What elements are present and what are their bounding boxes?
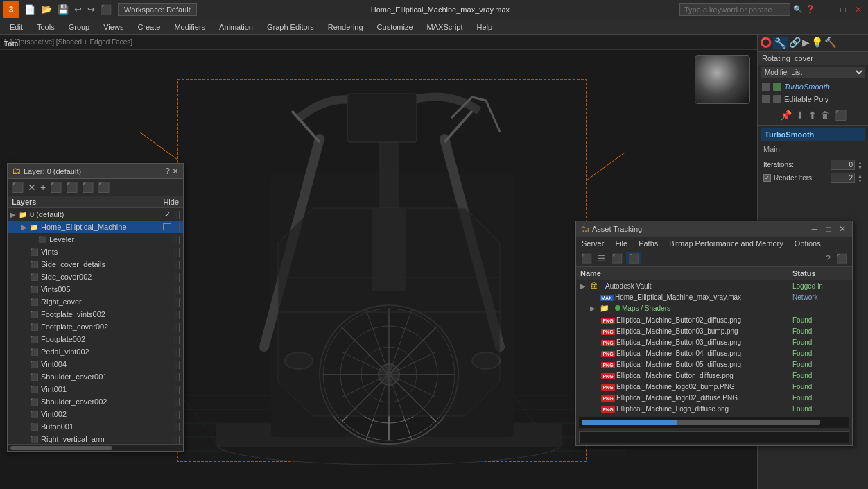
asset-row-btn03-bump[interactable]: PNG Elliptical_Machine_Button03_bump.png…: [576, 325, 852, 336]
layer-item-pedal-vint002[interactable]: ⬛ Pedal_vint002 |||: [8, 345, 183, 358]
menu-views[interactable]: Views: [96, 19, 130, 35]
asset-row-max-file[interactable]: MAX Home_Elliptical_Machine_max_vray.max…: [576, 291, 852, 302]
modifier-turbosmooth[interactable]: TurboSmooth: [758, 80, 868, 93]
motion-tab-icon[interactable]: ▶: [802, 37, 810, 49]
menu-animation[interactable]: Animation: [212, 19, 260, 35]
layer-item-leveler[interactable]: ⬛ Leveler |||: [8, 233, 183, 246]
layer-item-shoulder-cover002[interactable]: ⬛ Shoulder_cover002 |||: [8, 395, 183, 408]
iterations-spinner[interactable]: ▲ ▼: [858, 160, 862, 170]
move-down-icon[interactable]: ⬇: [795, 108, 806, 122]
asset-minimize-button[interactable]: ─: [809, 223, 820, 234]
asset-row-btn-diff[interactable]: PNG Elliptical_Machine_Button_diffuse.pn…: [576, 370, 852, 381]
layer-item-vints[interactable]: ⬛ Vints |||: [8, 246, 183, 258]
layer-item-footplate002[interactable]: ⬛ Footplate002 |||: [8, 333, 183, 345]
menu-customize[interactable]: Customize: [370, 19, 420, 35]
asset-menu-options[interactable]: Options: [792, 239, 824, 248]
layer-item-home-elliptical[interactable]: ▶ 📁 Home_Elliptical_Machine |||: [8, 221, 183, 233]
menu-create[interactable]: Create: [130, 19, 167, 35]
layers-delete-icon[interactable]: ✕: [26, 181, 37, 194]
delete-modifier-icon[interactable]: 🗑: [819, 108, 832, 122]
asset-menu-paths[interactable]: Paths: [636, 239, 661, 248]
render-iters-spinner[interactable]: ▲ ▼: [858, 173, 862, 183]
layers-select-icon[interactable]: ⬛: [64, 181, 79, 194]
layer-item-side-cover-details[interactable]: ⬛ Side_cover_details |||: [8, 258, 183, 271]
asset-row-btn03-diff[interactable]: PNG Elliptical_Machine_Button03_diffuse.…: [576, 336, 852, 348]
layer-item-footplate-cover002[interactable]: ⬛ Footplate_cover002 |||: [8, 320, 183, 333]
riter-down-icon[interactable]: ▼: [858, 178, 862, 183]
menu-rendering[interactable]: Rendering: [321, 19, 370, 35]
menu-modifiers[interactable]: Modifiers: [167, 19, 212, 35]
asset-path-input[interactable]: [579, 431, 849, 443]
asset-menu-bitmap-perf[interactable]: Bitmap Performance and Memory: [666, 239, 785, 248]
asset-row-btn02-diff[interactable]: PNG Elliptical_Machine_Button02_diffuse.…: [576, 314, 852, 325]
modify-tab-icon[interactable]: 🔧: [773, 37, 788, 49]
search-icon[interactable]: 🔍: [793, 5, 803, 14]
render-iters-checkbox[interactable]: [763, 174, 771, 182]
layer-item-shoulder-cover001[interactable]: ⬛ Shoulder_cover001 |||: [8, 370, 183, 383]
undo-icon[interactable]: ↩: [72, 3, 84, 16]
workspace-selector[interactable]: Workspace: Default: [118, 3, 197, 16]
asset-tool-3[interactable]: ⬛: [609, 252, 625, 264]
layer-item-vint002[interactable]: ⬛ Vint002 |||: [8, 408, 183, 420]
layer-item-vints005[interactable]: ⬛ Vints005 |||: [8, 283, 183, 295]
save-icon[interactable]: 💾: [55, 3, 71, 16]
modifier-check-turbosmooth[interactable]: [762, 83, 770, 91]
asset-row-btn04-diff[interactable]: PNG Elliptical_Machine_Button04_diffuse.…: [576, 348, 852, 359]
maximize-button[interactable]: □: [836, 3, 850, 17]
asset-help-icon[interactable]: ?: [824, 252, 833, 264]
modifier-check-epoly[interactable]: [762, 95, 770, 103]
pin-stack-icon[interactable]: 📌: [779, 108, 793, 122]
menu-maxscript[interactable]: MAXScript: [420, 19, 470, 35]
search-input[interactable]: [679, 3, 790, 16]
layers-scrollbar-thumb[interactable]: [10, 446, 112, 450]
menu-help[interactable]: Help: [470, 19, 500, 35]
modifier-list-dropdown[interactable]: Modifier List: [761, 67, 865, 78]
layer-item-right-cover[interactable]: ⬛ Right_cover |||: [8, 295, 183, 308]
iter-down-icon[interactable]: ▼: [858, 165, 862, 170]
asset-row-logo-diff[interactable]: PNG Elliptical_Machine_Logo_diffuse.png …: [576, 403, 852, 414]
asset-maximize-button[interactable]: □: [823, 223, 834, 234]
minimize-button[interactable]: ─: [821, 3, 835, 17]
layers-extra-icon[interactable]: ⬛: [96, 181, 111, 194]
layer-item-vint001[interactable]: ⬛ Vint001 |||: [8, 383, 183, 395]
open-icon[interactable]: 📂: [39, 3, 54, 16]
layers-freeze-icon[interactable]: ⬛: [80, 181, 95, 194]
asset-row-logo02-bump[interactable]: PNG Elliptical_Machine_logo02_bump.PNG F…: [576, 381, 852, 392]
asset-tool-2[interactable]: ☰: [596, 252, 608, 264]
layer-item-right-vertical-arm[interactable]: ⬛ Right_vertical_arm |||: [8, 433, 183, 444]
help-icon[interactable]: ❓: [806, 5, 815, 14]
asset-row-maps-folder[interactable]: ▶ 📁 Maps / Shaders: [576, 302, 852, 314]
visibility-check-default[interactable]: ✓: [163, 210, 173, 219]
expand-icon-home[interactable]: ▶: [21, 223, 28, 231]
layer-item-default[interactable]: ▶ 📁 0 (default) ✓ |||: [8, 208, 183, 221]
asset-row-btn05-diff[interactable]: PNG Elliptical_Machine_Button05_diffuse.…: [576, 359, 852, 370]
modifier-editablepoly[interactable]: Editable Poly: [758, 93, 868, 105]
asset-config-icon[interactable]: ⬛: [834, 252, 849, 264]
render-iters-input[interactable]: [831, 173, 855, 183]
viewport-icon[interactable]: ⬛: [98, 3, 114, 16]
asset-tool-1[interactable]: ⬛: [579, 252, 594, 264]
menu-tools[interactable]: Tools: [30, 19, 62, 35]
make-unique-icon[interactable]: ⬛: [833, 108, 848, 122]
move-up-icon[interactable]: ⬆: [807, 108, 818, 122]
utilities-tab-icon[interactable]: 🔨: [824, 37, 836, 49]
layers-move-to-icon[interactable]: ⬛: [49, 181, 63, 194]
layers-new-icon[interactable]: ⬛: [10, 181, 25, 194]
iter-up-icon[interactable]: ▲: [858, 160, 862, 165]
layers-scrollbar[interactable]: [8, 444, 183, 451]
layer-item-side-cover002[interactable]: ⬛ Side_cover002 |||: [8, 271, 183, 283]
asset-menu-file[interactable]: File: [612, 239, 630, 248]
asset-close-button[interactable]: ✕: [837, 223, 848, 234]
display-tab-icon[interactable]: 💡: [811, 37, 823, 49]
asset-menu-server[interactable]: Server: [579, 239, 607, 248]
new-icon[interactable]: 📄: [22, 3, 37, 16]
layer-item-footplate-vints002[interactable]: ⬛ Footplate_vints002 |||: [8, 308, 183, 320]
hierarchy-tab-icon[interactable]: 🔗: [789, 37, 801, 49]
expand-vault[interactable]: ▶: [580, 282, 587, 290]
layers-add-icon[interactable]: +: [39, 181, 47, 194]
layer-item-vint004[interactable]: ⬛ Vint004 |||: [8, 358, 183, 370]
asset-row-vault[interactable]: ▶ 🏛 Autodesk Vault Logged in: [576, 280, 852, 291]
asset-row-logo02-diff[interactable]: PNG Elliptical_Machine_logo02_diffuse.PN…: [576, 392, 852, 403]
redo-icon[interactable]: ↪: [85, 3, 97, 16]
layers-close-button[interactable]: ✕: [172, 166, 179, 176]
